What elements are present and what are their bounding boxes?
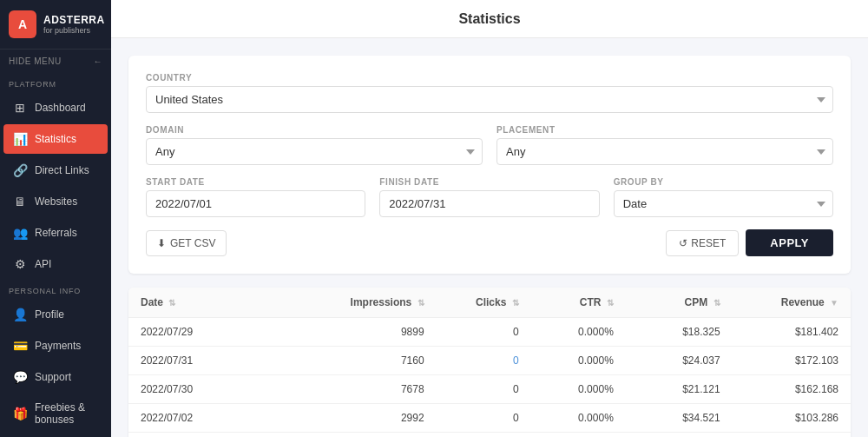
- group-by-select[interactable]: Date: [614, 190, 833, 217]
- cell-cpm: $34.521: [626, 404, 733, 433]
- cell-ctr: 0.000%: [531, 404, 626, 433]
- placement-label: PLACEMENT: [496, 125, 833, 135]
- sidebar-item-support[interactable]: 💬 Support: [3, 362, 108, 392]
- sidebar-item-payments[interactable]: 💳 Payments: [3, 331, 108, 361]
- country-label: COUNTRY: [146, 73, 833, 83]
- col-header-revenue[interactable]: Revenue ▼: [733, 288, 851, 318]
- sidebar-item-profile[interactable]: 👤 Profile: [3, 300, 108, 329]
- country-filter-group: COUNTRY United States: [146, 73, 833, 113]
- get-csv-button[interactable]: ⬇ GET CSV: [146, 230, 227, 256]
- cell-clicks: 0: [437, 404, 531, 433]
- table-body: 2022/07/29 9899 0 0.000% $18.325 $181.40…: [128, 318, 851, 438]
- cell-clicks: 0: [437, 318, 531, 347]
- cell-cpm: $24.037: [626, 347, 733, 375]
- country-select[interactable]: United States: [146, 86, 833, 113]
- hide-menu-button[interactable]: HIDE MENU ←: [0, 50, 111, 73]
- logo-text: ADSTERRA for publishers: [43, 14, 105, 35]
- csv-icon: ⬇: [157, 237, 166, 249]
- cell-revenue: $162.168: [733, 375, 851, 404]
- group-by-group: GROUP BY Date: [614, 177, 833, 217]
- hide-menu-arrow-icon: ←: [94, 56, 103, 66]
- cell-date: 2022/07/27: [128, 433, 282, 438]
- col-impressions-label: Impressions: [351, 296, 412, 308]
- cell-cpm: $21.121: [626, 375, 733, 404]
- reset-label: RESET: [691, 237, 726, 249]
- cell-cpm: $35.597: [626, 433, 733, 438]
- hide-menu-label: HIDE MENU: [9, 56, 62, 66]
- cell-clicks[interactable]: 0: [437, 347, 531, 375]
- sidebar-item-label: API: [35, 258, 51, 270]
- cell-impressions: 2992: [282, 404, 436, 433]
- logo-icon: A: [9, 10, 36, 38]
- start-date-input[interactable]: [146, 190, 365, 217]
- logo-subtitle: for publishers: [43, 26, 105, 35]
- sidebar-item-label: Support: [35, 371, 71, 383]
- cell-clicks: 0: [437, 375, 531, 404]
- websites-icon: 🖥: [12, 195, 28, 209]
- apply-button[interactable]: APPLY: [746, 229, 833, 256]
- sidebar-item-label: Referrals: [35, 227, 77, 239]
- sidebar-item-websites[interactable]: 🖥 Websites: [3, 187, 108, 216]
- logo-title: ADSTERRA: [43, 14, 105, 26]
- sidebar-item-direct-links[interactable]: 🔗 Direct Links: [3, 156, 108, 185]
- payments-icon: 💳: [12, 339, 28, 353]
- apply-reset-group: ↺ RESET APPLY: [666, 229, 833, 256]
- finish-date-label: FINISH DATE: [379, 177, 599, 187]
- domain-select[interactable]: Any: [146, 138, 483, 165]
- sidebar-item-freebies[interactable]: 🎁 Freebies & bonuses: [3, 394, 108, 434]
- impressions-sort-icon: ⇅: [418, 298, 424, 308]
- dashboard-icon: ⊞: [12, 101, 28, 115]
- revenue-sort-icon: ▼: [830, 298, 838, 308]
- cell-revenue: $181.402: [733, 318, 851, 347]
- cell-clicks[interactable]: 0: [437, 433, 531, 438]
- col-header-date[interactable]: Date ⇅: [128, 288, 282, 318]
- ctr-sort-icon: ⇅: [607, 298, 614, 308]
- start-date-label: START DATE: [146, 177, 365, 187]
- cell-impressions: 9899: [282, 318, 436, 347]
- sidebar-item-label: Profile: [35, 308, 64, 321]
- col-cpm-label: CPM: [685, 296, 708, 308]
- cell-ctr: 0.000%: [531, 347, 626, 375]
- freebies-icon: 🎁: [12, 407, 28, 420]
- direct-links-icon: 🔗: [12, 163, 28, 177]
- col-header-ctr[interactable]: CTR ⇅: [531, 288, 626, 318]
- cpm-sort-icon: ⇅: [713, 298, 720, 308]
- finish-date-input[interactable]: [379, 190, 599, 217]
- sidebar-logo: A ADSTERRA for publishers: [0, 0, 111, 50]
- cell-date: 2022/07/30: [128, 375, 282, 404]
- table-row: 2022/07/30 7678 0 0.000% $21.121 $162.16…: [128, 375, 851, 404]
- table-row: 2022/07/02 2992 0 0.000% $34.521 $103.28…: [128, 404, 851, 433]
- cell-impressions: 7160: [282, 347, 436, 375]
- reset-button[interactable]: ↺ RESET: [666, 230, 739, 256]
- data-table-card: Date ⇅ Impressions ⇅ Clicks ⇅ CTR: [128, 288, 851, 437]
- col-header-clicks[interactable]: Clicks ⇅: [437, 288, 531, 318]
- cell-date: 2022/07/02: [128, 404, 282, 433]
- cell-revenue: $172.103: [733, 347, 851, 375]
- col-revenue-label: Revenue: [781, 296, 825, 308]
- table-row: 2022/07/27 1955 0 0.000% $35.597 $69.592: [128, 433, 851, 438]
- sidebar-item-statistics[interactable]: 📊 Statistics: [3, 124, 108, 154]
- table-header: Date ⇅ Impressions ⇅ Clicks ⇅ CTR: [128, 288, 851, 318]
- sidebar-item-dashboard[interactable]: ⊞ Dashboard: [3, 93, 108, 122]
- col-header-cpm[interactable]: CPM ⇅: [626, 288, 733, 318]
- sidebar-item-label: Statistics: [35, 133, 76, 145]
- sidebar-item-api[interactable]: ⚙ API: [3, 249, 108, 279]
- reset-icon: ↺: [679, 237, 687, 249]
- table-row: 2022/07/31 7160 0 0.000% $24.037 $172.10…: [128, 347, 851, 375]
- date-sort-icon: ⇅: [168, 298, 175, 308]
- referrals-icon: 👥: [12, 226, 28, 240]
- main-content: Statistics COUNTRY United States DOMAIN …: [111, 0, 868, 437]
- sidebar-item-referrals[interactable]: 👥 Referrals: [3, 218, 108, 248]
- cell-cpm: $18.325: [626, 318, 733, 347]
- statistics-table: Date ⇅ Impressions ⇅ Clicks ⇅ CTR: [128, 288, 851, 437]
- content-area: COUNTRY United States DOMAIN Any PLACEME…: [111, 38, 868, 437]
- profile-icon: 👤: [12, 308, 28, 321]
- col-ctr-label: CTR: [580, 296, 602, 308]
- filter-card: COUNTRY United States DOMAIN Any PLACEME…: [128, 56, 851, 274]
- col-header-impressions[interactable]: Impressions ⇅: [282, 288, 436, 318]
- domain-label: DOMAIN: [146, 125, 483, 135]
- sidebar-item-label: Freebies & bonuses: [35, 401, 99, 426]
- placement-select[interactable]: Any: [496, 138, 833, 165]
- cell-revenue: $69.592: [733, 433, 851, 438]
- start-date-group: START DATE: [146, 177, 365, 217]
